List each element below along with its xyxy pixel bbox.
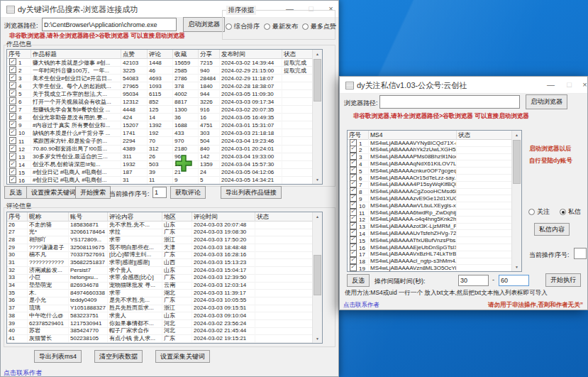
table-row[interactable]: 14创业不易,创前请深思!#知...193250316213592024-03-…	[7, 161, 313, 169]
table-row[interactable]: 13MS4wLjABAAAAzot3K-LjzMRM_P...	[348, 224, 512, 231]
table-row[interactable]: 28翱翔吖YS172809...求带浙江2024-03-03 17:50:20	[7, 236, 313, 244]
table-row[interactable]: 6打开一个开关视频就会有收益...12312852881732262024-03…	[7, 98, 313, 106]
table-row[interactable]: 16#创业日记 #电商人 #电商创...3111952024-03-05 14:…	[7, 177, 313, 185]
table-row[interactable]: 36是小允teddy0409是先不求胜,先...广东2024-03-03 10:…	[7, 297, 313, 305]
column-header[interactable]: 收藏	[173, 50, 199, 59]
table-row[interactable]: 5关于我成立工作室的想法,大...95034611540029442024-03…	[7, 90, 313, 98]
table-row[interactable]: 1270.80.90都套路出局了!00后...43893122180840202…	[7, 146, 313, 153]
radio-sort-comprehensive[interactable]: 综合排序	[226, 22, 260, 31]
row-checkbox[interactable]	[9, 137, 16, 144]
interval-from-input[interactable]	[458, 275, 489, 286]
table-row[interactable]: 30楠不凡70337527691[比心]帮博主纠...广东2024-03-03 …	[7, 252, 313, 260]
radio-follow[interactable]: 关注	[528, 207, 550, 217]
row-checkbox[interactable]	[9, 66, 16, 73]
radio-sort-newest[interactable]: 最新发布	[264, 22, 298, 31]
table-row[interactable]: 1330多岁女性创业,最适合的三...31126961422024-03-04 …	[7, 153, 313, 161]
column-header[interactable]: 点赞	[121, 50, 148, 59]
row-checkbox[interactable]	[9, 176, 16, 183]
clear-list-button[interactable]: 清空列表数据	[94, 350, 143, 363]
row-checkbox[interactable]	[350, 215, 357, 222]
launch-browser-button[interactable]: 启动浏览器	[183, 17, 225, 32]
row-checkbox[interactable]	[350, 264, 357, 271]
row-checkbox[interactable]	[9, 145, 16, 152]
current-index-input[interactable]	[574, 248, 587, 259]
column-header[interactable]: 状态	[282, 50, 313, 59]
row-checkbox[interactable]	[9, 97, 16, 104]
row-checkbox[interactable]	[350, 257, 357, 264]
invert-selection-button[interactable]: 反选	[347, 274, 370, 287]
row-checkbox[interactable]	[9, 58, 16, 65]
table-row[interactable]: 35木.84974660338求带湖北2024-03-03 11:39:17	[7, 290, 313, 297]
row-checkbox[interactable]	[350, 160, 357, 167]
row-checkbox[interactable]	[9, 89, 16, 97]
column-header[interactable]: 发布时间	[220, 50, 282, 59]
table-row[interactable]: 27光*32066178464求拉广东2024-03-03 19:08:30	[7, 229, 313, 237]
table-row[interactable]: 39623785294011217530941你如果事情都不...河北2024-…	[7, 320, 313, 328]
vertical-scrollbar[interactable]: ▲ ▼	[312, 50, 322, 184]
row-checkbox[interactable]	[350, 250, 357, 257]
row-checkbox[interactable]	[350, 229, 357, 236]
table-row[interactable]: 37琉璃Y1051888327胜兵先胜而后求...浙江2024-03-03 09…	[7, 305, 313, 313]
row-checkbox[interactable]	[350, 174, 357, 181]
scroll-up-button[interactable]: ▲	[313, 50, 322, 58]
column-header[interactable]: 序号	[348, 131, 369, 140]
vertical-scrollbar[interactable]: ▲ ▼	[312, 212, 322, 343]
table-row[interactable]: 2一年时间抖音赚100万。一年...32254625859402024-02-2…	[7, 67, 313, 75]
current-index-input[interactable]	[152, 187, 167, 198]
column-header[interactable]: 状态	[457, 131, 512, 140]
table-row[interactable]: 10缺钱的本质是什么#干货分享 ...17411924333032024-03-…	[7, 129, 313, 137]
column-header[interactable]: 分享	[199, 50, 220, 59]
export-work-links-button[interactable]: 导出列表作品链接	[221, 186, 282, 199]
table-row[interactable]: 11MS4wLjABAAAA6twdRp_ZwDqhij...	[348, 209, 512, 217]
contact-author-link[interactable]: 点击联系作者	[343, 301, 379, 310]
column-header[interactable]: 账号	[69, 212, 108, 222]
scrollbar-thumb[interactable]	[314, 255, 321, 295]
minimize-button[interactable]: —	[541, 77, 560, 93]
column-header[interactable]: 状态	[255, 212, 313, 222]
row-checkbox[interactable]	[350, 195, 357, 202]
set-search-keywords-button[interactable]: 设置搜索关键词	[26, 186, 81, 199]
row-checkbox[interactable]	[350, 222, 357, 229]
table-row[interactable]: 19MS4wLjABAAAAVzn8ML3O5OcYik...	[348, 265, 512, 272]
scrollbar-thumb[interactable]	[513, 140, 521, 184]
row-checkbox[interactable]	[9, 105, 16, 112]
table-row[interactable]: 33小巨hetongxu...求带,会感恩[比心]广东2024-03-03 12…	[7, 275, 313, 283]
scrollbar-thumb[interactable]	[314, 59, 321, 102]
column-header[interactable]: 序号	[7, 212, 28, 222]
row-checkbox[interactable]	[350, 167, 357, 174]
column-header[interactable]: 序号	[7, 50, 31, 59]
launch-browser-button[interactable]: 启动浏览器	[526, 94, 567, 109]
column-header[interactable]: 作品标题	[31, 50, 121, 59]
column-header[interactable]: MS4	[369, 131, 457, 140]
row-checkbox[interactable]	[350, 180, 357, 187]
table-row[interactable]: 4MS4wLjABAAAAqNdX61KiLOV7LE...	[348, 160, 512, 168]
column-header[interactable]: 评论内容	[108, 212, 162, 222]
row-checkbox[interactable]	[350, 139, 357, 146]
title-bar[interactable]: dy关注私信v1.03-公众号:云创社 — □ ×	[340, 77, 587, 94]
invert-selection-button[interactable]: 反选	[4, 186, 27, 199]
scroll-up-button[interactable]: ▲	[313, 212, 322, 221]
table-row[interactable]: 18MS4wLjABAAAAcl_ngtp-s3hMm4...	[348, 258, 512, 266]
table-row[interactable]: 1MS4wLjABAAAAVYNy8ICQd71X-n...	[348, 140, 512, 147]
table-row[interactable]: 14MS4wLjABAAAAUvTsfehZHVg-72...	[348, 230, 512, 237]
row-checkbox[interactable]	[9, 160, 16, 168]
row-checkbox[interactable]	[9, 121, 16, 128]
table-row[interactable]: 40苏岩385424770帽子厂家求合作河北2024-03-02 21:45:4…	[7, 328, 313, 336]
scroll-down-button[interactable]: ▼	[313, 175, 322, 184]
table-row[interactable]: 38中午吃什么@583223751求贵人山东2024-03-03 09:10:0…	[7, 312, 313, 320]
get-comments-button[interactable]: 获取评论	[170, 186, 206, 199]
table-row[interactable]: 5MS4wLjABAAAAcnkur0OF7gcgeq...	[348, 168, 512, 175]
table-row[interactable]: 3美术生创业#创业日记#开店日...5408346932786284842024…	[7, 75, 313, 82]
table-row[interactable]: 4大学生创业。每个人的起跑线...27965109337818402024-02…	[7, 82, 313, 90]
table-row[interactable]: 17MS4wLjABAAAAVxBzHL74LkTtrB...	[348, 251, 512, 258]
row-checkbox[interactable]	[9, 168, 16, 175]
table-row[interactable]: 34垫垫萌宠826934678宠物猫咪批发 寻...云南2024-03-03 1…	[7, 283, 313, 290]
table-row[interactable]: 6MS4wLjABAAAAOr15dTeLzz-say...	[348, 175, 512, 182]
row-checkbox[interactable]	[350, 202, 357, 209]
scroll-down-button[interactable]: ▼	[313, 334, 322, 343]
table-row[interactable]: 10MS4wLjABAAAAwVLbuLXEygls-x...	[348, 202, 512, 209]
table-row[interactable]: 31???????????35682251837求带[感谢][感谢]山西2024…	[7, 259, 313, 267]
table-row[interactable]: 7MS4wLjABAAAA4P15syWqKlfBQM...	[348, 182, 512, 189]
set-collect-keywords-button[interactable]: 设置采集关键词	[155, 350, 210, 363]
table-row[interactable]: 26不走的骆185836871先不求胜,先不...山东2024-03-03 20…	[7, 222, 313, 229]
